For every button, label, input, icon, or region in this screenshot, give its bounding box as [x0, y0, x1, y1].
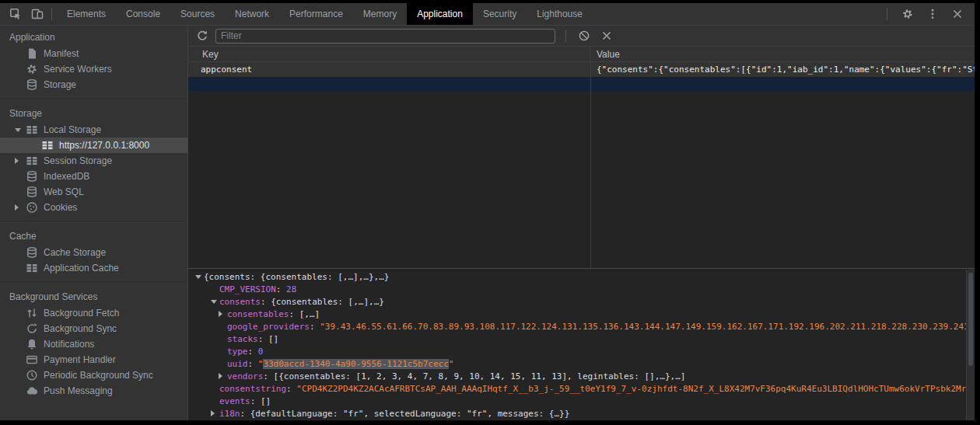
sidebar-item-background-sync[interactable]: Background Sync [0, 321, 187, 336]
filter-input[interactable] [215, 29, 555, 44]
more-options-button[interactable] [923, 5, 942, 23]
column-divider[interactable] [590, 62, 591, 268]
device-toolbar-button[interactable] [28, 5, 47, 23]
token-plain: : [286, 384, 296, 394]
tab-elements[interactable]: Elements [57, 3, 116, 25]
sidebar-item-application-cache[interactable]: Application Cache [0, 260, 187, 276]
token-name: consentstring [219, 384, 286, 394]
expand-arrow-icon[interactable] [219, 308, 227, 321]
sidebar-item-manifest[interactable]: Manifest [0, 46, 187, 61]
tab-sources[interactable]: Sources [170, 3, 225, 25]
grid-icon [26, 124, 38, 136]
sidebar-item-local-storage[interactable]: Local Storage [0, 122, 187, 138]
storage-item-preview: {consents: {consentables: [,…],…},…}CMP_… [188, 268, 975, 420]
devtools-body: ApplicationManifestService WorkersStorag… [0, 26, 975, 420]
preview-line-i18n[interactable]: i18n: {defaultLanguage: "fr", selectedLa… [188, 408, 975, 420]
sidebar-item-label: Manifest [44, 48, 79, 59]
delete-selected-button[interactable] [599, 28, 614, 44]
preview-scrollbar-thumb[interactable] [968, 273, 973, 366]
refresh-button[interactable] [194, 28, 210, 44]
collapse-arrow-icon[interactable] [12, 128, 26, 132]
tabbar-separator [887, 8, 887, 20]
token-plain: : [310, 322, 320, 332]
token-name: i18n [219, 409, 240, 419]
clear-all-button[interactable] [576, 28, 592, 44]
sidebar-item-label: Local Storage [44, 124, 101, 135]
sidebar-item-label: Application Cache [44, 263, 119, 273]
token-str: "CPD4KZ2PD4KZ2ACAcAFRBTCsAP_AAH_AAAqIHqt… [296, 384, 975, 394]
sidebar-item-label: Storage [44, 79, 76, 90]
token-name: events [219, 396, 250, 406]
tab-console[interactable]: Console [116, 3, 170, 25]
sync-icon [26, 322, 38, 335]
inspect-element-button[interactable] [6, 5, 25, 23]
token-name: CMP_VERSION [219, 284, 276, 294]
sidebar-item-payment-handler[interactable]: Payment Handler [0, 352, 187, 368]
expand-arrow-icon[interactable] [12, 158, 26, 164]
sidebar-item-indexeddb[interactable]: IndexedDB [0, 169, 187, 184]
document-icon [26, 47, 38, 60]
tabbar-separator [51, 8, 52, 20]
sidebar-item-label: Cache Storage [44, 247, 106, 258]
tab-security[interactable]: Security [473, 3, 527, 25]
sidebar-item-label: Service Workers [44, 64, 112, 75]
preview-line-events[interactable]: events: [] [188, 395, 975, 408]
preview-scrollbar[interactable] [966, 270, 975, 420]
tab-application[interactable]: Application [407, 3, 473, 25]
sidebar-item-storage[interactable]: Storage [0, 77, 187, 92]
tab-lighthouse[interactable]: Lighthouse [527, 3, 593, 25]
expand-arrow-icon[interactable] [12, 204, 26, 211]
sidebar-item-service-workers[interactable]: Service Workers [0, 61, 187, 77]
cloud-icon [26, 385, 38, 397]
storage-key-cell: appconsent [188, 62, 590, 77]
tab-memory[interactable]: Memory [353, 3, 407, 25]
clock-icon [26, 369, 38, 381]
token-plain: : [,…] [289, 309, 320, 319]
preview-line-vendors[interactable]: vendors: [{consentables: [1, 2, 3, 4, 7,… [188, 371, 975, 383]
preview-line-consentstring[interactable]: consentstring: "CPD4KZ2PD4KZ2ACAcAFRBTCs… [188, 383, 975, 395]
tabbar-left-buttons [0, 5, 47, 23]
sidebar-section-background-services: Background ServicesBackground FetchBackg… [0, 281, 187, 399]
sidebar-item-label: Payment Handler [44, 354, 116, 365]
sidebar-item-cache-storage[interactable]: Cache Storage [0, 245, 187, 260]
sidebar-item-label: Background Fetch [44, 308, 119, 319]
toolbar-separator [565, 30, 566, 42]
preview-line-uuid[interactable]: uuid: "33d0accd-1340-4a90-9556-1121c5b7c… [188, 358, 975, 371]
preview-line-google-providers[interactable]: google_providers: "39.43.46.55.61.66.70.… [188, 321, 975, 333]
collapse-arrow-icon[interactable] [211, 296, 219, 308]
sidebar-item-notifications[interactable]: Notifications [0, 336, 187, 352]
grid-icon [41, 139, 54, 152]
token-plain: : [{consentables: [1, 2, 3, 4, 7, 8, 9, … [263, 371, 685, 381]
gear-icon [901, 8, 914, 20]
collapse-arrow-icon[interactable] [195, 271, 204, 284]
storage-row-appconsent[interactable]: appconsent{"consents":{"consentables":[{… [188, 62, 975, 77]
close-devtools-button[interactable] [948, 5, 967, 23]
sidebar-item-web-sql[interactable]: Web SQL [0, 184, 187, 200]
gear-icon [26, 63, 38, 75]
sidebar-item-background-fetch[interactable]: Background Fetch [0, 305, 187, 321]
expand-arrow-icon[interactable] [219, 371, 227, 383]
tab-performance[interactable]: Performance [279, 3, 353, 25]
storage-value-cell: {"consents":{"consentables":[{"id":1,"ia… [590, 62, 975, 77]
preview-line-consents[interactable]: consents: {consentables: [,…],…} [188, 296, 975, 308]
preview-line-consentables[interactable]: consentables: [,…] [188, 308, 975, 321]
devtools-tabbar: ElementsConsoleSourcesNetworkPerformance… [0, 3, 975, 26]
preview-line-stacks[interactable]: stacks: [] [188, 333, 975, 346]
sidebar-item-cookies[interactable]: Cookies [0, 200, 187, 215]
sidebar-item-push-messaging[interactable]: Push Messaging [0, 383, 187, 399]
sidebar-section-cache: CacheCache StorageApplication Cache [0, 221, 187, 276]
x-icon [600, 30, 613, 42]
sidebar-item-session-storage[interactable]: Session Storage [0, 153, 187, 169]
selected-empty-row[interactable] [188, 77, 975, 91]
preview-line-root[interactable]: {consents: {consentables: [,…],…},…} [188, 271, 975, 284]
sidebar-item-https-127-0-0-1-8000[interactable]: https://127.0.0.1:8000 [0, 138, 187, 153]
settings-button[interactable] [898, 5, 917, 23]
expand-arrow-icon[interactable] [211, 408, 219, 420]
preview-line-type[interactable]: type: 0 [188, 346, 975, 358]
token-name: uuid [227, 359, 248, 369]
devtools-window: ElementsConsoleSourcesNetworkPerformance… [0, 3, 975, 420]
tab-network[interactable]: Network [225, 3, 279, 25]
token-strhl: 33d0accd-1340-4a90-9556-1121c5b7cecc [263, 359, 448, 369]
preview-line-cmp-version[interactable]: CMP_VERSION: 28 [188, 284, 975, 296]
sidebar-item-periodic-background-sync[interactable]: Periodic Background Sync [0, 368, 187, 383]
